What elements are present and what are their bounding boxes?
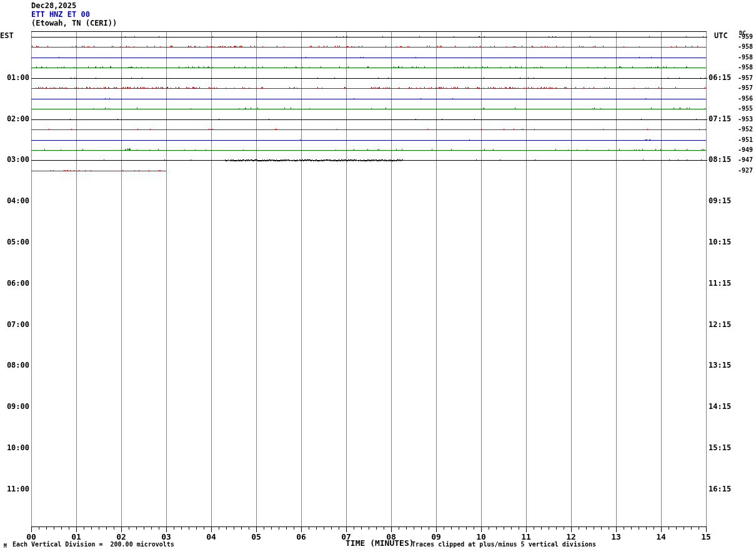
est-hour-label: 07:00 [0,321,29,329]
utc-hour-label: 06:15 [709,74,731,82]
minute-label: 04 [203,533,219,541]
title-date: Dec28,2025 [31,2,76,10]
dc-value: -957 [738,85,753,92]
est-axis-header: EST [0,32,14,40]
title-location: (Etowah, TN (CERI)) [31,19,117,28]
x-axis-title: TIME (MINUTES) [346,539,414,548]
dc-value: -952 [738,126,753,133]
minute-label: 14 [653,533,669,541]
est-hour-label: 10:00 [0,444,29,452]
utc-hour-label: 08:15 [709,156,731,164]
utc-hour-label: 10:15 [709,238,731,246]
dc-value: -958 [738,44,753,51]
utc-hour-label: 09:15 [709,197,731,205]
est-hour-label: 08:00 [0,361,29,370]
watermark: M [4,544,7,549]
dc-value: -958 [738,64,753,71]
dc-value: -957 [738,75,753,82]
utc-hour-label: 14:15 [709,403,731,411]
dc-value: -947 [738,157,753,164]
dc-value: -953 [738,116,753,123]
est-hour-label: 11:00 [0,485,29,493]
title-station: ETT HNZ ET 00 [31,11,90,19]
minute-label: 12 [563,533,579,541]
dc-value: -951 [738,137,753,144]
helicorder-page: Dec28,2025 ETT HNZ ET 00 (Etowah, TN (CE… [0,0,756,554]
minute-label: 09 [428,533,444,541]
utc-hour-label: 07:15 [709,115,731,123]
est-hour-label: 09:00 [0,403,29,411]
utc-hour-label: 16:15 [709,485,731,493]
minute-label: 06 [293,533,309,541]
est-hour-label: 06:00 [0,280,29,288]
est-hour-label: 04:00 [0,197,29,205]
helicorder-plot [0,0,756,554]
est-hour-label: 01:00 [0,74,29,82]
utc-hour-label: 12:15 [709,321,731,329]
minute-label: 07 [338,533,354,541]
minute-label: 00 [23,533,39,541]
utc-hour-label: 15:15 [709,444,731,452]
minute-label: 15 [698,533,714,541]
minute-label: 08 [383,533,399,541]
utc-hour-label: 13:15 [709,361,731,370]
dc-value: -955 [738,106,753,113]
dc-value: -956 [738,96,753,103]
est-hour-label: 03:00 [0,156,29,164]
clip-note: Traces clipped at plus/minus 5 vertical … [412,541,596,548]
minute-label: 02 [113,533,129,541]
dc-value: -958 [738,54,753,61]
minute-label: 05 [248,533,264,541]
utc-hour-label: 11:15 [709,280,731,288]
dc-value: -949 [738,147,753,154]
minute-label: 03 [158,533,174,541]
dc-value: -959 [738,34,753,41]
minute-label: 10 [473,533,489,541]
utc-axis-header: UTC [714,32,728,40]
est-hour-label: 02:00 [0,115,29,123]
minute-label: 11 [518,533,534,541]
est-hour-label: 05:00 [0,238,29,246]
minute-label: 13 [608,533,624,541]
dc-value: -927 [738,168,753,174]
minute-label: 01 [68,533,84,541]
scale-note: Each Vertical Division = 200.00 microvol… [12,541,174,548]
